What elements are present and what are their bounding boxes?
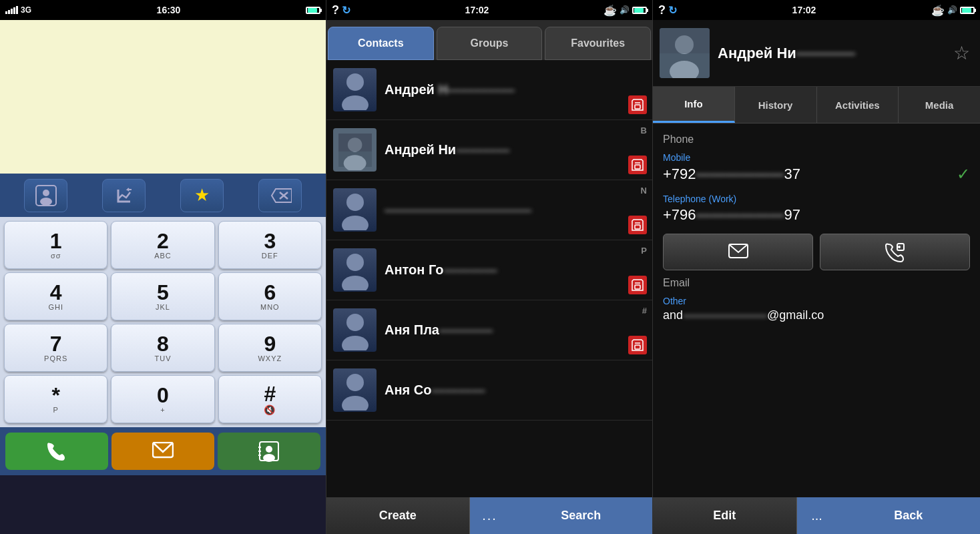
dialer-panel: 3G 16:30 ★ bbox=[0, 0, 326, 534]
tab-activities[interactable]: Activities bbox=[817, 87, 899, 123]
contact-sim-icon-4 bbox=[628, 276, 647, 294]
back-button[interactable]: Back bbox=[837, 497, 981, 534]
key-5[interactable]: 5 JKL bbox=[111, 272, 214, 320]
contact-avatar-3 bbox=[333, 188, 377, 232]
tab-info[interactable]: Info bbox=[653, 87, 735, 123]
tab-media[interactable]: Media bbox=[899, 87, 980, 123]
contact-item-6[interactable]: Аня Со———— bbox=[326, 360, 652, 421]
key-2[interactable]: 2 ABC bbox=[111, 221, 214, 269]
svg-point-36 bbox=[342, 336, 369, 350]
contacts-status-right: ☕ 🔊 bbox=[603, 4, 647, 17]
favorites-nav-button[interactable]: ★ bbox=[180, 179, 224, 212]
svg-point-35 bbox=[346, 314, 364, 331]
contact-sim-icon-2 bbox=[628, 156, 647, 174]
delete-nav-button[interactable] bbox=[258, 179, 302, 212]
detail-bottom-bar: Edit ... Back bbox=[653, 497, 980, 534]
key-star-main: * bbox=[51, 384, 59, 406]
keypad: 1 σσ 2 ABC 3 DEF 4 GHI 5 JKL 6 MNO 7 PQR… bbox=[0, 217, 326, 427]
status-time-contacts: 17:02 bbox=[465, 5, 489, 15]
contact-item-1[interactable]: Андрей Н————— bbox=[326, 60, 652, 120]
key-0-main: 0 bbox=[157, 384, 169, 406]
svg-rect-45 bbox=[660, 28, 710, 53]
contact-sim-icon-3 bbox=[628, 216, 647, 234]
key-7-sub: PQRS bbox=[44, 354, 67, 362]
key-star-sub: P bbox=[53, 406, 58, 414]
tab-media-label: Media bbox=[925, 99, 954, 111]
battery-icon-contacts bbox=[632, 7, 647, 14]
edit-button[interactable]: Edit bbox=[653, 497, 797, 534]
svg-point-13 bbox=[346, 73, 364, 91]
contacts-button[interactable] bbox=[218, 433, 320, 470]
svg-point-31 bbox=[342, 276, 369, 290]
work-phone-number: +796——————97 bbox=[663, 206, 800, 224]
create-button[interactable]: Create bbox=[326, 497, 470, 534]
favorite-star-button[interactable]: ☆ bbox=[950, 39, 973, 67]
status-time-detail: 17:02 bbox=[792, 5, 816, 15]
key-7[interactable]: 7 PQRS bbox=[4, 324, 107, 372]
key-4[interactable]: 4 GHI bbox=[4, 272, 107, 320]
section-letter-n: N bbox=[641, 186, 647, 196]
contact-name-6: Аня Со———— bbox=[377, 382, 646, 398]
key-star[interactable]: * P bbox=[4, 375, 107, 423]
history-nav-button[interactable] bbox=[102, 179, 146, 212]
contacts-panel: ? ↻ 17:02 ☕ 🔊 Contacts Groups Favourites bbox=[326, 0, 653, 534]
key-3-sub: DEF bbox=[262, 252, 278, 260]
contact-sim-icon-5 bbox=[628, 336, 647, 354]
key-6[interactable]: 6 MNO bbox=[218, 272, 322, 320]
signal-icon bbox=[5, 6, 18, 14]
key-8-main: 8 bbox=[157, 333, 169, 354]
more-button[interactable]: ... bbox=[797, 497, 837, 534]
tab-info-label: Info bbox=[684, 98, 703, 109]
tab-activities-label: Activities bbox=[835, 99, 880, 111]
section-letter-p: P bbox=[641, 246, 647, 256]
tab-contacts-label: Contacts bbox=[358, 37, 403, 49]
send-message-action-button[interactable] bbox=[663, 234, 813, 270]
battery-icon bbox=[306, 7, 320, 14]
contact-item-2[interactable]: Андрей Ни———— B bbox=[326, 120, 652, 180]
message-button[interactable] bbox=[111, 433, 214, 470]
key-9[interactable]: 9 WXYZ bbox=[218, 324, 322, 372]
section-letter-w: # bbox=[642, 306, 647, 316]
key-3[interactable]: 3 DEF bbox=[218, 221, 322, 269]
battery-icon-detail bbox=[960, 7, 975, 14]
contact-item-4[interactable]: Антон Го———— P bbox=[326, 240, 652, 300]
dots-icon: ... bbox=[482, 508, 497, 523]
dialer-display[interactable] bbox=[0, 20, 326, 174]
key-hash[interactable]: # 🔇 bbox=[218, 375, 322, 423]
key-1[interactable]: 1 σσ bbox=[4, 221, 107, 269]
contact-detail-name: Андрей Ни———— bbox=[718, 45, 942, 62]
tab-groups[interactable]: Groups bbox=[437, 27, 543, 60]
contact-item-3[interactable]: ——————————— N bbox=[326, 180, 652, 240]
contact-avatar-5 bbox=[333, 308, 377, 352]
contact-item-5[interactable]: Аня Пла———— # bbox=[326, 300, 652, 360]
tab-contacts[interactable]: Contacts bbox=[328, 27, 434, 60]
dialer-actions bbox=[0, 427, 326, 475]
svg-marker-3 bbox=[272, 189, 292, 202]
contact-name-1: Андрей Н————— bbox=[377, 82, 646, 97]
key-hash-main: # bbox=[264, 383, 276, 405]
search-button[interactable]: Search bbox=[510, 497, 653, 534]
contact-name-3: ——————————— bbox=[377, 202, 646, 218]
contacts-nav-button[interactable] bbox=[24, 179, 67, 212]
key-9-sub: WXYZ bbox=[258, 354, 282, 362]
key-0[interactable]: 0 + bbox=[111, 375, 214, 423]
dialer-nav: ★ bbox=[0, 174, 326, 217]
key-8[interactable]: 8 TUV bbox=[111, 324, 214, 372]
key-5-main: 5 bbox=[157, 282, 169, 303]
contact-detail-panel: ? ↻ 17:02 ☕ 🔊 Андрей Ни———— ☆ bbox=[653, 0, 980, 534]
tab-history-label: History bbox=[758, 99, 793, 111]
contact-name-4: Антон Го———— bbox=[377, 262, 646, 278]
contacts-list: Андрей Н————— bbox=[326, 60, 652, 497]
call-button[interactable] bbox=[5, 433, 108, 470]
tab-history[interactable]: History bbox=[735, 87, 817, 123]
call-action-button[interactable] bbox=[820, 234, 970, 270]
key-6-sub: MNO bbox=[260, 303, 280, 311]
more-options-button[interactable]: ... bbox=[470, 497, 510, 534]
mobile-verified-icon: ✓ bbox=[957, 165, 970, 184]
status-bar-dialer: 3G 16:30 bbox=[0, 0, 326, 20]
email-other-label: Other bbox=[663, 296, 970, 306]
detail-tabs: Info History Activities Media bbox=[653, 87, 980, 123]
network-type: 3G bbox=[21, 5, 31, 15]
key-8-sub: TUV bbox=[154, 354, 171, 362]
tab-favourites[interactable]: Favourites bbox=[545, 27, 651, 60]
